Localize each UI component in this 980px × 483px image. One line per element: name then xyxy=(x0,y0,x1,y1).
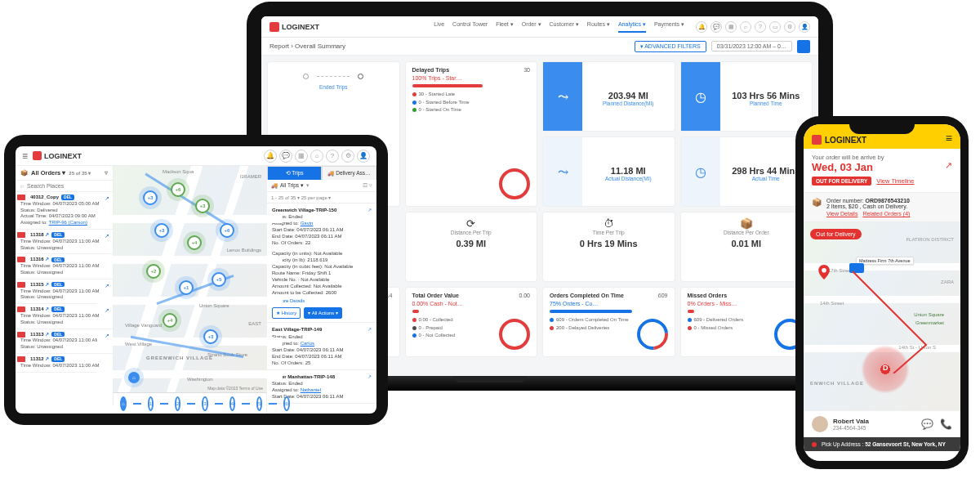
route-step[interactable]: 4 xyxy=(229,396,235,411)
book-icon[interactable]: ▭ xyxy=(769,21,781,33)
clock-fast-icon: ⏱ xyxy=(550,217,668,230)
svg-point-0 xyxy=(822,268,826,273)
view-details-link[interactable]: View Details xyxy=(826,211,858,217)
advanced-filters-button[interactable]: ▾ ADVANCED FILTERS xyxy=(635,41,706,52)
laptop-subheader: Report › Overall Summary ▾ ADVANCED FILT… xyxy=(261,38,818,56)
brand-logo[interactable]: LOGINEXT xyxy=(33,151,82,160)
route-step[interactable]: 2 xyxy=(175,396,180,411)
chat-icon[interactable]: 💬 xyxy=(921,418,933,430)
gear-icon[interactable]: ⚙ xyxy=(784,21,795,33)
call-icon[interactable]: 📞 xyxy=(940,418,952,430)
nav-live[interactable]: Live xyxy=(434,21,444,33)
route-step[interactable]: 1 xyxy=(148,396,154,411)
progress-bar xyxy=(412,84,483,87)
order-item[interactable]: ↗ 40312_CopyDEL Time Window: 04/07/2023 … xyxy=(16,192,113,230)
route-step[interactable]: ⌂ xyxy=(120,396,127,411)
vehicle-icon xyxy=(849,263,864,273)
history-button[interactable]: ★ History xyxy=(272,307,301,319)
ended-trips-link[interactable]: Ended Trips xyxy=(274,84,393,90)
search-icon[interactable]: ⌕ xyxy=(310,150,323,163)
map-cluster-pin[interactable]: +1 xyxy=(179,280,194,295)
map-cluster-pin[interactable]: +4 xyxy=(163,313,177,328)
user-icon[interactable]: 👤 xyxy=(799,21,810,33)
tablet-screen: ≡ LOGINEXT 🔔 💬 ▦ ⌕ ? ⚙ 👤 📦 All Orders ▾ … xyxy=(16,146,376,414)
brand-logo[interactable]: LOGINEXT xyxy=(825,136,866,145)
order-item[interactable]: ↗ 11318 ↗DEL Time Window: 04/07/2023 11:… xyxy=(16,230,113,254)
search-input[interactable] xyxy=(27,183,108,189)
help-icon[interactable]: ? xyxy=(326,150,339,163)
search-icon[interactable]: ⌕ xyxy=(740,21,751,33)
tab-delivery-associates[interactable]: 🚚 Delivery Ass… xyxy=(322,166,376,180)
bell-icon[interactable]: 🔔 xyxy=(264,150,277,163)
breadcrumb[interactable]: Report › Overall Summary xyxy=(270,42,345,50)
chat-icon[interactable]: 💬 xyxy=(710,21,722,33)
tablet-map[interactable]: Madison Squa GRAMER Lenox Buildings Unio… xyxy=(114,166,266,414)
share-icon[interactable]: ↗ xyxy=(945,160,952,171)
map-cluster-pin[interactable]: +3 xyxy=(195,199,210,213)
route-icon: ⤳ xyxy=(543,137,582,206)
card-legend: 30 - Started Late 0 - Started Before Tim… xyxy=(412,91,531,114)
open-icon: ↗ xyxy=(105,195,109,202)
nav-analytics[interactable]: Analytics ▾ xyxy=(618,21,646,33)
trip-item[interactable]: ↗ Greenwich Village-TRIP-150 Status: End… xyxy=(267,203,376,323)
nav-control-tower[interactable]: Control Tower xyxy=(452,21,488,33)
route-step[interactable]: 6 xyxy=(283,396,289,411)
view-timeline-link[interactable]: View Timeline xyxy=(876,177,914,185)
map-cluster-pin[interactable]: +2 xyxy=(146,264,161,279)
gauge-icon: ⟳ xyxy=(412,217,531,230)
phone-frame: LOGINEXT ≡ Your order will be arrive by … xyxy=(795,116,969,469)
tab-trips[interactable]: ⟲ Trips xyxy=(267,166,322,180)
order-item[interactable]: ↗ 11314 ↗DEL Time Window: 04/07/2023 11:… xyxy=(16,304,113,329)
route-step[interactable]: 5 xyxy=(256,396,262,411)
donut-chart xyxy=(499,168,530,199)
grid-icon[interactable]: ▦ xyxy=(295,150,308,163)
map-cluster-pin[interactable]: +5 xyxy=(212,272,226,287)
card-actual-distance: ⤳11.18 MIActual Distance(MI) xyxy=(543,137,675,206)
route-step[interactable]: 3 xyxy=(202,396,207,411)
hamburger-icon[interactable]: ≡ xyxy=(946,132,952,145)
more-details-link[interactable]: ⊕ More Details xyxy=(272,297,372,304)
card-time-per-trip: ⏱ Time Per Trip 0 Hrs 19 Mins xyxy=(543,212,675,281)
view-toggle-button[interactable] xyxy=(797,40,810,53)
card-title: Delayed Trips xyxy=(412,67,450,73)
all-actions-button[interactable]: ▾ All Actions ▾ xyxy=(304,307,342,319)
nav-order[interactable]: Order ▾ xyxy=(522,21,541,33)
poi-callout[interactable]: Mattress Firm 7th Avenue xyxy=(856,257,914,265)
hamburger-icon[interactable]: ≡ xyxy=(22,150,28,162)
search-icon: ⌕ xyxy=(20,183,24,189)
filter-icon[interactable]: ▿ xyxy=(105,169,108,177)
filter-icon[interactable]: ☲ ▿ xyxy=(363,182,372,189)
nav-payments[interactable]: Payments ▾ xyxy=(654,21,684,33)
map-cluster-pin[interactable]: +3 xyxy=(143,190,158,205)
laptop-hinge xyxy=(453,376,527,382)
card-planned-distance: ⤳203.94 MIPlanned Distance(MI) xyxy=(543,62,675,131)
brand-logo[interactable]: LOGINEXT xyxy=(270,22,319,32)
map-cluster-pin[interactable]: +3 xyxy=(203,329,218,344)
bell-icon[interactable]: 🔔 xyxy=(696,21,707,33)
chat-icon[interactable]: 💬 xyxy=(279,150,292,163)
grid-icon[interactable]: ▦ xyxy=(725,21,737,33)
help-icon[interactable]: ? xyxy=(755,21,766,33)
orders-header[interactable]: 📦 All Orders ▾ 25 of 35 ▾ ▿ xyxy=(16,166,113,181)
trips-header[interactable]: 🚚 All Trips ▾ ▾☲ ▿ xyxy=(267,180,376,192)
map-cluster-pin[interactable]: +6 xyxy=(171,182,185,197)
nav-fleet[interactable]: Fleet ▾ xyxy=(496,21,514,33)
date-range-picker[interactable]: 03/31/2023 12:00 AM – 0… xyxy=(711,41,792,51)
trips-paging[interactable]: 1 - 25 of 35 ▾ 25 per page ▾ xyxy=(267,192,376,203)
phone-map[interactable]: Out for Delivery FLATIRON DISTRICT 17th … xyxy=(804,222,960,410)
map-cluster-pin[interactable]: +3 xyxy=(154,223,169,238)
gear-icon[interactable]: ⚙ xyxy=(341,150,354,163)
map-origin-pin[interactable]: ⌂ xyxy=(128,372,140,383)
user-icon[interactable]: 👤 xyxy=(357,150,370,163)
nav-routes[interactable]: Routes ▾ xyxy=(587,21,610,33)
card-orders-on-time: Orders Completed On Time 609 75% Orders … xyxy=(543,288,675,356)
related-orders-link[interactable]: Related Orders (4) xyxy=(862,211,910,217)
trip-item[interactable]: ↗ East Village-TRIP-149 Status: Ended As… xyxy=(267,323,376,370)
nav-customer[interactable]: Customer ▾ xyxy=(550,21,579,33)
card-summary-line: 100% Trips - Star… xyxy=(412,75,531,81)
card-total-order-value: Total Order Value 0.00 0.00% Cash - Not…… xyxy=(406,288,537,356)
map-cluster-pin[interactable]: +6 xyxy=(220,223,234,238)
status-pill: OUT FOR DELIVERY xyxy=(812,177,871,186)
map-cluster-pin[interactable]: +4 xyxy=(187,235,202,250)
route-stepper: ⌂ 1 2 3 4 5 6 xyxy=(114,392,266,414)
